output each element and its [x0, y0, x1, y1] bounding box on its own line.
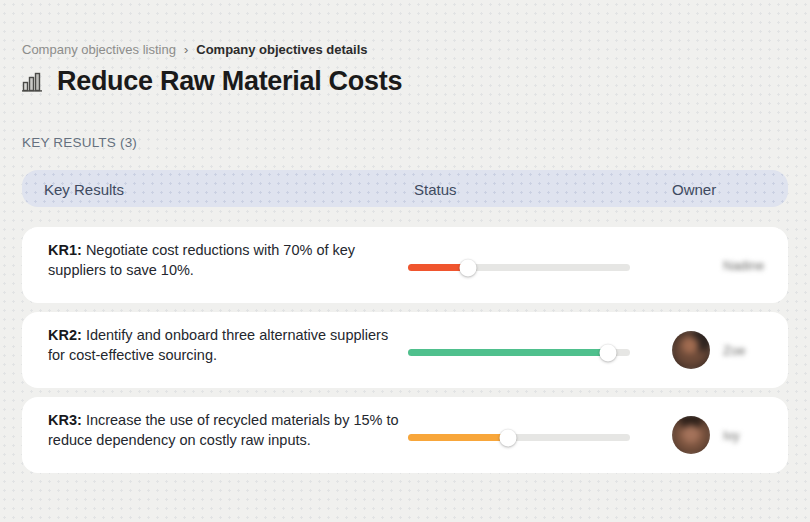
owner-cell: Nadine: [672, 246, 764, 284]
column-header-owner: Owner: [672, 180, 716, 197]
chevron-right-icon: ›: [184, 43, 188, 56]
page-title: Reduce Raw Material Costs: [57, 66, 402, 97]
key-results-count-label: KEY RESULTS (3): [22, 135, 137, 150]
key-results-list: KR1: Negotiate cost reductions with 70% …: [22, 227, 788, 473]
key-result-row[interactable]: KR2: Identify and onboard three alternat…: [22, 312, 788, 388]
column-header-status: Status: [414, 180, 457, 197]
bar-chart-icon: [22, 72, 44, 92]
key-result-text: KR1: Negotiate cost reductions with 70% …: [48, 241, 400, 280]
breadcrumb-current-objectives-details: Company objectives details: [196, 42, 367, 57]
owner-name: Zoe: [723, 343, 745, 358]
progress-fill: [408, 349, 608, 356]
owner-name: Ivy: [723, 428, 740, 443]
key-result-row[interactable]: KR3: Increase the use of recycled materi…: [22, 397, 788, 473]
key-result-description: Identify and onboard three alternative s…: [48, 327, 388, 363]
avatar: [672, 416, 710, 454]
progress-slider[interactable]: [408, 264, 630, 271]
breadcrumb-link-objectives-listing[interactable]: Company objectives listing: [22, 42, 176, 57]
progress-slider[interactable]: [408, 434, 630, 441]
breadcrumb: Company objectives listing › Company obj…: [22, 42, 367, 57]
table-header: Key Results Status Owner: [22, 170, 788, 207]
page-header: Reduce Raw Material Costs: [22, 66, 402, 97]
key-result-text: KR2: Identify and onboard three alternat…: [48, 326, 400, 365]
progress-knob[interactable]: [499, 429, 516, 446]
column-header-key-results: Key Results: [44, 180, 124, 197]
owner-cell: Ivy: [672, 416, 740, 454]
key-result-id: KR2:: [48, 327, 82, 343]
progress-knob[interactable]: [459, 259, 476, 276]
key-result-row[interactable]: KR1: Negotiate cost reductions with 70% …: [22, 227, 788, 303]
page: Company objectives listing › Company obj…: [0, 0, 810, 522]
key-result-text: KR3: Increase the use of recycled materi…: [48, 411, 400, 450]
key-result-description: Increase the use of recycled materials b…: [48, 412, 399, 448]
owner-name: Nadine: [723, 258, 764, 273]
avatar: [672, 331, 710, 369]
key-result-description: Negotiate cost reductions with 70% of ke…: [48, 242, 355, 278]
owner-cell: Zoe: [672, 331, 745, 369]
key-result-id: KR1:: [48, 242, 82, 258]
progress-knob[interactable]: [599, 344, 616, 361]
progress-slider[interactable]: [408, 349, 630, 356]
avatar: [672, 246, 710, 284]
progress-fill: [408, 434, 508, 441]
key-result-id: KR3:: [48, 412, 82, 428]
